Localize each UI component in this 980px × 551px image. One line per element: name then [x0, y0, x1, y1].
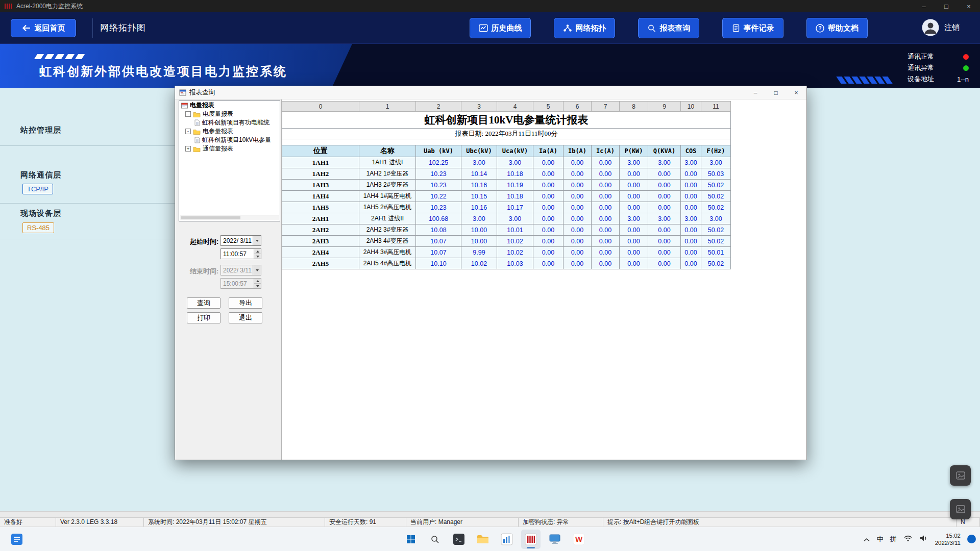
report-row[interactable]: 1AH2 1AH2 1#变压器 10.23 10.14 10.18 0.00 0… [282, 168, 731, 180]
cell-f: 50.02 [701, 224, 731, 236]
spinner-down-icon[interactable] [254, 254, 261, 259]
report-row[interactable]: 2AH1 2AH1 进线II 100.68 3.00 3.00 0.00 0.0… [282, 213, 731, 224]
report-book-icon [181, 103, 188, 109]
report-gap-row [282, 139, 731, 145]
status-ready: 准备好 [0, 518, 56, 527]
grid-column-header[interactable]: 10 [681, 102, 701, 112]
cell-ia: 0.00 [533, 168, 564, 180]
dialog-titlebar[interactable]: 报表查询 – □ × [175, 86, 806, 99]
report-row[interactable]: 1AH5 1AH5 2#高压电机 10.23 10.16 10.17 0.00 … [282, 202, 731, 213]
cell-q: 0.00 [648, 191, 681, 202]
back-home-button[interactable]: 返回首页 [11, 19, 76, 37]
tray-expand-button[interactable] [863, 535, 870, 544]
cell-q: 0.00 [648, 168, 681, 180]
status-dongle: 加密狗状态: 异常 [519, 518, 603, 527]
tree-item-energy-reports[interactable]: 电量报表 [179, 101, 280, 110]
grid-column-header[interactable]: 6 [564, 102, 592, 112]
taskbar: W 中 拼 15:02 2022/3/11 [0, 527, 980, 551]
image-icon [956, 505, 965, 513]
svg-text:W: W [575, 535, 583, 543]
grid-column-header[interactable]: 9 [648, 102, 681, 112]
report-query-dialog: 报表查询 – □ × 电量报表 - 电度量报表 [175, 86, 807, 460]
cell-f: 3.00 [701, 157, 731, 168]
tree-item-active-energy-report[interactable]: 虹科创新项目有功电能统 [179, 118, 280, 127]
grid-column-header[interactable]: 4 [497, 102, 533, 112]
dialog-minimize-button[interactable]: – [745, 86, 766, 99]
file-explorer-button[interactable] [473, 530, 493, 549]
floating-tool-button-bottom[interactable] [950, 499, 971, 519]
banner: 虹科创新外部供电改造项目电力监控系统 通讯正常 通讯异常 设备地址 1--n [0, 44, 980, 88]
dialog-maximize-button[interactable]: □ [766, 86, 786, 99]
dialog-close-button[interactable]: × [786, 86, 806, 99]
report-query-button[interactable]: 报表查询 [638, 18, 699, 38]
cell-cos: 0.00 [681, 180, 701, 191]
grid-column-header[interactable]: 7 [592, 102, 620, 112]
spinner-up-icon[interactable] [254, 249, 261, 254]
cell-ib: 0.00 [564, 202, 592, 213]
cell-ubc: 10.16 [461, 202, 497, 213]
tree-horizontal-scrollbar[interactable] [180, 215, 279, 220]
event-record-button[interactable]: 事件记录 [722, 18, 783, 38]
terminal-app-button[interactable] [449, 530, 469, 549]
notification-badge[interactable] [967, 535, 976, 543]
start-button[interactable] [401, 530, 421, 549]
navbar: 返回首页 网络拓扑图 历史曲线 网络拓扑 报表查询 事件记录 ? 帮 [0, 12, 980, 44]
ime-mode-button[interactable]: 拼 [890, 535, 897, 544]
taskbar-clock[interactable]: 15:02 2022/3/11 [935, 532, 961, 546]
cell-q: 0.00 [648, 224, 681, 236]
expand-icon[interactable]: + [185, 146, 191, 152]
network-button[interactable] [903, 535, 913, 544]
window-close-button[interactable]: × [958, 0, 980, 12]
grid-column-header[interactable]: 8 [620, 102, 648, 112]
grid-column-header[interactable]: 3 [461, 102, 497, 112]
start-time-input[interactable]: 11:00:57 [220, 248, 261, 259]
screen: Acrel-2000电力监控系统 – □ × 返回首页 网络拓扑图 历史曲线 网… [0, 0, 980, 551]
search-button[interactable] [425, 530, 445, 549]
wps-app-button[interactable]: W [569, 530, 589, 549]
export-button[interactable]: 导出 [229, 297, 262, 309]
report-row[interactable]: 2AH2 2AH2 3#变压器 10.08 10.00 10.01 0.00 0… [282, 224, 731, 236]
network-topology-button[interactable]: 网络拓扑 [554, 18, 615, 38]
acrel-app-button[interactable] [521, 530, 541, 549]
tree-item-comm-reports[interactable]: + 通信量报表 [179, 144, 280, 153]
dropdown-arrow-icon[interactable] [253, 236, 261, 245]
ime-language-button[interactable]: 中 [877, 535, 884, 544]
report-row[interactable]: 2AH5 2AH5 4#高压电机 10.10 10.02 10.03 0.00 … [282, 258, 731, 269]
cell-name: 1AH4 1#高压电机 [359, 191, 416, 202]
grid-column-header[interactable]: 2 [416, 102, 461, 112]
query-button[interactable]: 查询 [187, 297, 220, 309]
system-title: 虹科创新外部供电改造项目电力监控系统 [39, 63, 287, 80]
collapse-icon[interactable]: - [185, 111, 191, 117]
clock-date: 2022/3/11 [935, 539, 961, 546]
grid-column-header[interactable]: 0 [282, 102, 359, 112]
cell-location: 1AH2 [282, 168, 359, 180]
logout-button[interactable]: 注销 [944, 23, 960, 33]
event-record-icon [732, 24, 740, 32]
report-row[interactable]: 1AH4 1AH4 1#高压电机 10.22 10.15 10.18 0.00 … [282, 191, 731, 202]
print-button[interactable]: 打印 [187, 312, 220, 323]
grid-column-header[interactable]: 1 [359, 102, 416, 112]
window-minimize-button[interactable]: – [913, 0, 935, 12]
tree-item-10kv-parameter-report[interactable]: 虹科创新项目10kV电参量 [179, 136, 280, 144]
floating-tool-button-top[interactable] [950, 465, 971, 486]
report-row[interactable]: 1AH1 1AH1 进线I 102.25 3.00 3.00 0.00 0.00… [282, 157, 731, 168]
report-row[interactable]: 1AH3 1AH3 2#变压器 10.23 10.16 10.19 0.00 0… [282, 180, 731, 191]
tree-item-kwh-reports[interactable]: - 电度量报表 [179, 110, 280, 118]
grid-column-header[interactable]: 11 [701, 102, 731, 112]
report-row[interactable]: 2AH3 2AH3 4#变压器 10.07 10.00 10.02 0.00 0… [282, 236, 731, 247]
collapse-icon[interactable]: - [185, 129, 191, 134]
start-date-select[interactable]: 2022/ 3/11 [220, 235, 261, 246]
monitor-app-button[interactable] [545, 530, 565, 549]
tree-item-parameter-reports[interactable]: - 电参量报表 [179, 127, 280, 136]
widgets-button[interactable] [7, 530, 27, 549]
exit-button[interactable]: 退出 [229, 312, 262, 323]
help-doc-button[interactable]: ? 帮助文档 [806, 18, 868, 38]
report-row[interactable]: 2AH4 2AH4 3#高压电机 10.07 9.99 10.02 0.00 0… [282, 247, 731, 258]
volume-button[interactable] [919, 535, 928, 544]
chart-app-button[interactable] [497, 530, 517, 549]
window-maximize-button[interactable]: □ [935, 0, 958, 12]
cell-ia: 0.00 [533, 213, 564, 224]
cell-cos: 0.00 [681, 258, 701, 269]
history-curve-button[interactable]: 历史曲线 [470, 18, 531, 38]
grid-column-header[interactable]: 5 [533, 102, 564, 112]
